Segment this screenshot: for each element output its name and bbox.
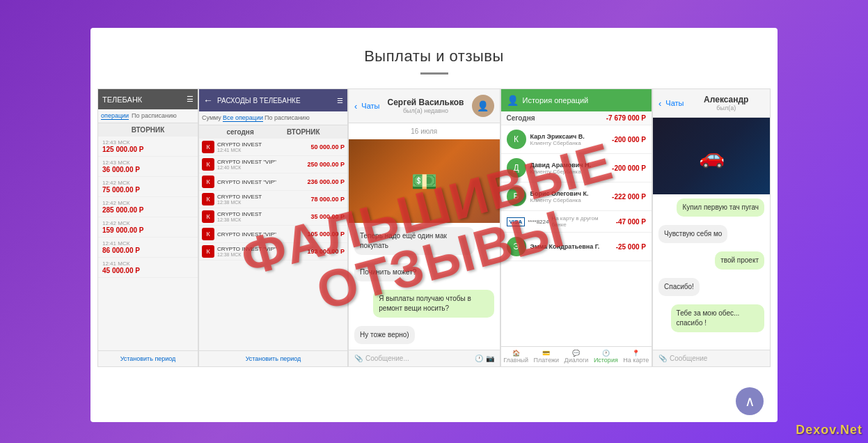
cr-time: 12:40 МСК [217,165,304,170]
cr-icon: К [202,193,214,205]
cr-amount: 236 000.00 Р [307,178,345,185]
filter-sum[interactable]: Сумму [202,114,221,122]
telebank-right-header: ← РАСХОДЫ В ТЕЛЕБАНКЕ ☰ [199,89,347,111]
alex-bubble-5: Тебе за мою обес... спасибо ! [671,304,764,332]
transaction-amount: 285 000.00 Р [102,206,194,214]
cr-info: CRYPTO INVEST "VIP" 12:40 МСК [217,159,304,170]
bubble-2: Починить может? [354,263,422,281]
back-arrow-icon[interactable]: ← [203,95,213,106]
cr-invest-item: К CRYPTO INVEST 12:38 МСК 35 000.00 Р [199,208,347,226]
cr-info: CRYPTO INVEST "VIP" 12:38 МСК [217,246,304,257]
transaction-amount: 36 000.00 Р [102,166,194,173]
today-label: Сегодня [507,114,535,122]
item-sub: Клиенту Сбербанка [530,140,608,146]
cr-icon: К [202,141,214,153]
telebank-right-title: РАСХОДЫ В ТЕЛЕБАНКЕ [217,97,301,104]
cr-time: 12:38 МСК [217,200,308,205]
scroll-up-icon: ∧ [745,393,755,410]
alex-input-placeholder[interactable]: Сообщение [670,355,764,362]
chat-back-icon-alex[interactable]: ‹ [658,98,661,109]
attachment-icon[interactable]: 📎 [354,355,363,362]
cr-name: CRYPTO INVEST [217,141,308,148]
cr-name: CRYPTO INVEST "VIP" [217,179,304,185]
nav-main[interactable]: 🏠Главный [503,350,528,364]
history-emma-item: Э Эмма Кондратьевна Г. -25 000 Р [501,233,652,261]
cr-time: 12:38 МСК [217,217,308,222]
item-amount: -222 000 Р [612,193,646,201]
transaction-time: 12:42 МСК [102,180,194,186]
filter-all-ops[interactable]: Все операции [223,114,263,122]
chat-back-label-alex[interactable]: Чаты [665,99,684,107]
visa-sub: На карту в другом банке [551,215,613,228]
filter-tabs-right[interactable]: Сумму Все операции По расписанию [199,111,347,125]
item-sub: Клиенту Сбербанка [530,197,608,203]
bubble-4: Ну тоже верно) [354,326,415,344]
dexov-watermark: Dexov.Net [796,423,862,437]
menu-icon-right[interactable]: ☰ [337,97,343,104]
cr-amount: 50 000.00 Р [310,143,345,150]
nav-map[interactable]: 📍На карте [623,350,649,364]
cr-info: CRYPTO INVEST "VIP" [217,231,304,238]
history-item-3: Б Борис Олегович К. Клиенту Сбербанка -2… [501,182,652,211]
cr-time: 12:41 МСК [217,148,308,153]
telebank-left-header: ТЕЛЕБАНК ☰ [98,89,198,109]
transaction-amount: 159 000.00 Р [102,226,194,234]
section-title: Выплаты и отзывы [90,28,778,72]
transaction-amount: 45 000.00 Р [102,267,194,274]
chat-date-badge: 16 июля [349,123,500,139]
cr-icon: К [202,245,214,258]
filter-operations[interactable]: операции [101,112,129,120]
total-amount: -7 679 000 Р [606,114,646,122]
chat-alex-input[interactable]: 📎 Сообщение [653,350,770,366]
filter-tabs-left[interactable]: операции По расписанию [98,109,198,123]
chat-sergey-header: ‹ Чаты Сергей Васильков был(а) недавно 👤 [349,89,500,123]
clock-icon[interactable]: 🕐 [475,355,483,362]
footer-set-period-right[interactable]: Установить период [246,355,301,362]
filter-schedule[interactable]: По расписанию [132,112,177,120]
transaction-time: 12:41 МСК [102,261,194,267]
bubble-1: Теперь надо ещё один мак покупать [354,227,475,255]
camera-icon[interactable]: 📷 [486,355,494,362]
alex-bubble-4: Спасибо! [658,278,700,296]
visa-amount: -47 000 Р [616,218,646,226]
chat-sergey-input[interactable]: 📎 Сообщение... 🕐 📷 [349,350,500,366]
panel-footer-left[interactable]: Установить период [98,350,198,366]
chat-sergey-status: был(а) недавно [384,107,468,114]
bubble-3: Я выплаты получаю чтобы в ремонт вещи но… [373,290,494,318]
transaction-item: 12:42 МСК 75 000.00 Р [98,177,198,197]
day-label-left: ВТОРНИК [98,123,198,137]
cr-amount: 35 000.00 Р [310,213,345,220]
visa-label: VISA [507,217,526,226]
filter-by-schedule[interactable]: По расписанию [265,114,310,122]
cr-invest-item: К CRYPTO INVEST "VIP" 236 000.00 Р [199,173,347,191]
history-title: История операций [523,96,589,104]
history-header: 👤 История операций [501,89,652,111]
item-amount: -200 000 Р [612,164,646,172]
scroll-to-top-button[interactable]: ∧ [736,387,764,415]
menu-icon[interactable]: ☰ [187,95,194,104]
panel-chat-alex: ‹ Чаты Александр был(а) 🚗 Купил первую т… [652,88,771,367]
attachment-icon-alex[interactable]: 📎 [658,355,667,362]
input-placeholder[interactable]: Сообщение... [365,355,472,362]
cr-info: CRYPTO INVEST 12:41 МСК [217,141,308,153]
cr-amount: 250 000.00 Р [307,161,345,168]
chat-back-label[interactable]: Чаты [361,102,379,110]
cr-invest-item: К CRYPTO INVEST "VIP" 12:38 МСК 193 000.… [199,243,347,261]
nav-dialogs[interactable]: 💬Диалоги [565,350,589,364]
transaction-item: 12:42 МСК 159 000.00 Р [98,217,198,238]
nav-history[interactable]: 🕐История [594,350,618,364]
footer-set-period[interactable]: Установить период [120,355,176,362]
dot-green: Б [507,187,526,206]
nav-payments[interactable]: 💳Платежи [534,350,560,364]
chat-money-image: 💵 [349,139,500,223]
history-item-2: Д Давид Арамович Н. Клиенту Сбербанка -2… [501,154,652,182]
chat-back-icon[interactable]: ‹ [354,101,357,111]
dot-green: К [507,130,526,149]
cr-info: CRYPTO INVEST 12:38 МСК [217,211,308,222]
cr-name: CRYPTO INVEST "VIP" [217,246,304,252]
panel-footer-right[interactable]: Установить период [199,350,347,366]
cr-info: CRYPTO INVEST "VIP" [217,179,304,185]
cr-name: CRYPTO INVEST [217,211,308,217]
item-info: Карл Эриксаич В. Клиенту Сбербанка [530,133,608,146]
cr-name: CRYPTO INVEST [217,194,308,200]
